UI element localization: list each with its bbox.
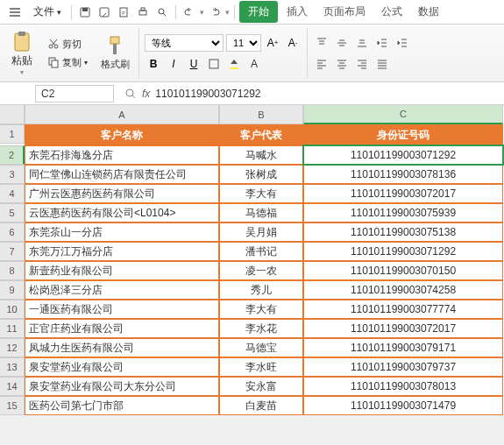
- font-select[interactable]: 等线: [145, 34, 224, 52]
- tab-layout[interactable]: 页面布局: [316, 1, 373, 23]
- fx-label[interactable]: fx: [142, 88, 150, 100]
- col-header-B[interactable]: B: [219, 105, 303, 124]
- formula-input[interactable]: 110101199003071292: [155, 88, 499, 100]
- row-header[interactable]: 3: [0, 165, 25, 184]
- cut-button[interactable]: 剪切: [44, 36, 91, 53]
- export-pdf-icon[interactable]: P: [115, 4, 132, 21]
- data-cell[interactable]: 一通医药有限公司: [25, 300, 219, 319]
- col-header-C[interactable]: C: [303, 105, 503, 124]
- data-cell[interactable]: 广州云医惠药医药有限公司: [25, 184, 219, 203]
- data-cell[interactable]: 马德福: [219, 203, 303, 222]
- data-cell[interactable]: 医药公司第七门市部: [25, 396, 219, 415]
- print-icon[interactable]: [134, 4, 152, 21]
- row-header[interactable]: 13: [0, 357, 25, 377]
- row-header[interactable]: 9: [0, 280, 25, 300]
- data-cell[interactable]: 东莞茶山一分店: [25, 222, 219, 242]
- data-cell[interactable]: 秀儿: [219, 280, 303, 300]
- data-cell[interactable]: 110101199003075939: [303, 203, 503, 222]
- row-header[interactable]: 10: [0, 300, 25, 319]
- align-center-button[interactable]: [333, 55, 351, 73]
- data-cell[interactable]: 110101199003078136: [303, 165, 503, 184]
- data-cell[interactable]: 东莞万江万福分店: [25, 242, 219, 261]
- underline-button[interactable]: U: [185, 55, 202, 73]
- format-painter-button[interactable]: 格式刷: [96, 28, 133, 78]
- redo-icon[interactable]: [206, 4, 224, 21]
- undo-icon[interactable]: [181, 4, 198, 21]
- data-cell[interactable]: 正官庄药业有限公司: [25, 319, 219, 338]
- align-bottom-button[interactable]: [353, 34, 371, 52]
- data-cell[interactable]: 110101199003071479: [303, 396, 503, 415]
- row-header[interactable]: 5: [0, 203, 25, 222]
- data-cell[interactable]: 凤城力生医药有限公司: [25, 338, 219, 357]
- tab-insert[interactable]: 插入: [280, 1, 315, 23]
- data-cell[interactable]: 李水旺: [219, 357, 303, 377]
- data-cell[interactable]: 110101199003072017: [303, 319, 503, 338]
- font-color-button[interactable]: A: [245, 55, 263, 73]
- data-cell[interactable]: 吴月娟: [219, 222, 303, 242]
- copy-button[interactable]: 复制 ▾: [44, 54, 91, 71]
- data-cell[interactable]: 110101199003077774: [303, 300, 503, 319]
- data-cell[interactable]: 李大有: [219, 300, 303, 319]
- app-menu-icon[interactable]: [4, 3, 26, 22]
- file-menu[interactable]: 文件 ▾: [28, 1, 67, 23]
- fill-color-button[interactable]: [225, 55, 243, 73]
- data-cell[interactable]: 张树成: [219, 165, 303, 184]
- header-cell[interactable]: 客户名称: [25, 124, 219, 145]
- data-cell[interactable]: 李大有: [219, 184, 303, 203]
- save-as-icon[interactable]: [96, 4, 113, 21]
- row-header[interactable]: 12: [0, 338, 25, 357]
- row-header[interactable]: 4: [0, 184, 25, 203]
- italic-button[interactable]: I: [165, 55, 182, 73]
- data-cell[interactable]: 东莞石排海逸分店: [25, 145, 219, 165]
- data-cell[interactable]: 110101199003079737: [303, 357, 503, 377]
- header-cell[interactable]: 身份证号码: [303, 124, 503, 145]
- data-cell[interactable]: 110101199003078013: [303, 377, 503, 396]
- border-button[interactable]: [205, 55, 223, 73]
- tab-data[interactable]: 数据: [411, 1, 446, 23]
- data-cell[interactable]: 110101199003070150: [303, 261, 503, 280]
- align-middle-button[interactable]: [333, 34, 351, 52]
- data-cell[interactable]: 马喊水: [219, 145, 303, 165]
- spreadsheet-grid[interactable]: ABC1客户名称客户代表身份证号码2东莞石排海逸分店马喊水11010119900…: [0, 105, 504, 415]
- data-cell[interactable]: 松岗恩泽三分店: [25, 280, 219, 300]
- data-cell[interactable]: 110101199003071292: [303, 242, 503, 261]
- data-cell[interactable]: 110101199003072017: [303, 184, 503, 203]
- data-cell[interactable]: 安永富: [219, 377, 303, 396]
- row-header[interactable]: 8: [0, 261, 25, 280]
- decrease-indent-button[interactable]: [373, 34, 391, 52]
- data-cell[interactable]: 同仁堂佛山连锁药店有限责任公司: [25, 165, 219, 184]
- print-preview-icon[interactable]: [153, 4, 171, 21]
- row-header[interactable]: 7: [0, 242, 25, 261]
- data-cell[interactable]: 110101199003075138: [303, 222, 503, 242]
- row-header[interactable]: 15: [0, 396, 25, 415]
- data-cell[interactable]: 马德宝: [219, 338, 303, 357]
- data-cell[interactable]: 李水花: [219, 319, 303, 338]
- paste-button[interactable]: 粘贴 ▾: [5, 28, 39, 78]
- align-left-button[interactable]: [313, 55, 330, 73]
- row-header[interactable]: 14: [0, 377, 25, 396]
- col-header-A[interactable]: A: [25, 105, 219, 124]
- name-box[interactable]: C2: [35, 85, 114, 102]
- data-cell[interactable]: 110101199003079171: [303, 338, 503, 357]
- font-size-select[interactable]: 11: [226, 34, 261, 52]
- select-all-corner[interactable]: [0, 105, 25, 124]
- align-right-button[interactable]: [353, 55, 371, 73]
- row-header[interactable]: 6: [0, 222, 25, 242]
- align-top-button[interactable]: [313, 34, 330, 52]
- row-header[interactable]: 11: [0, 319, 25, 338]
- increase-font-button[interactable]: A+: [264, 34, 281, 52]
- data-cell[interactable]: 新壹药业有限公司: [25, 261, 219, 280]
- decrease-font-button[interactable]: A-: [284, 34, 302, 52]
- data-cell[interactable]: 云医惠药医药有限公司<L0104>: [25, 203, 219, 222]
- header-cell[interactable]: 客户代表: [219, 124, 303, 145]
- row-header[interactable]: 2: [0, 145, 25, 165]
- data-cell[interactable]: 潘书记: [219, 242, 303, 261]
- save-icon[interactable]: [76, 4, 94, 21]
- zoom-icon[interactable]: [124, 88, 137, 100]
- tab-formula[interactable]: 公式: [374, 1, 409, 23]
- data-cell[interactable]: 泉安堂药业有限公司: [25, 357, 219, 377]
- data-cell[interactable]: 白麦苗: [219, 396, 303, 415]
- justify-button[interactable]: [373, 55, 391, 73]
- row-header[interactable]: 1: [0, 124, 25, 144]
- data-cell[interactable]: 110101199003071292: [303, 145, 503, 165]
